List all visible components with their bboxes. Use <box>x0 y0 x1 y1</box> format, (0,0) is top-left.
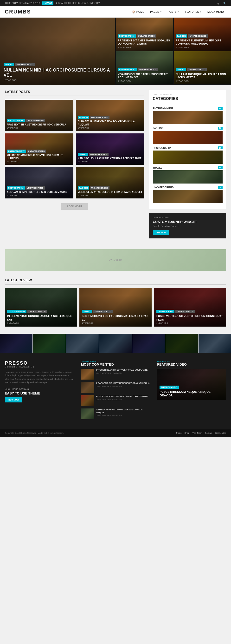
featured-video-card[interactable]: ENTERTAINMENT FUSCE BIBENDUM NEQUE A NEQ… <box>157 369 226 400</box>
post-title: ALIQUAM ID IMPERDIET LEO SED CURSUS MAUR… <box>7 190 71 194</box>
strip-img-0[interactable] <box>0 334 32 353</box>
search-icon[interactable]: 🔍 <box>223 2 226 4</box>
category-fashion[interactable]: FASHION 10 <box>153 127 223 144</box>
post-tag: FASHION <box>78 186 89 190</box>
ad-text: 728×90 AD <box>109 259 122 262</box>
footer-link-posts[interactable]: Posts <box>176 432 182 434</box>
category-img <box>153 150 223 164</box>
hero-small-4[interactable]: TRAVEL UNCATEGORIZED NULLAM TRISTIQUE MA… <box>174 51 231 84</box>
post-card-3[interactable]: TRAVEL UNCATEGORIZED NAM NEC LIGULA CURS… <box>76 134 144 165</box>
banner-widget: CUSTOM WIDGET CUSTOM BANNER WIDGET Simpl… <box>149 213 226 238</box>
hero-section: TRAVEL UNCATEGORIZED NULLAM NON NIBH AC … <box>0 18 231 85</box>
logo[interactable]: CRUMBS <box>5 9 31 15</box>
post-card-4[interactable]: PHOTOGRAPHY UNCATEGORIZED ALIQUAM ID IMP… <box>5 167 73 198</box>
chevron-down-icon: ▼ <box>200 11 202 13</box>
load-more-button[interactable]: LOAD MORE <box>61 203 88 210</box>
post-card-0[interactable]: PHOTOGRAPHY UNCATEGORIZED PRAESENT SIT A… <box>5 100 73 131</box>
category-img <box>153 170 223 184</box>
main-content: LATEST POSTS PHOTOGRAPHY UNCATEGORIZED P… <box>0 85 231 437</box>
comment-thumb <box>81 408 94 419</box>
hero-small-title-1: PRAESENT SIT AMET MAURIS SODALES DUI VUL… <box>118 39 171 45</box>
google-plus-icon[interactable]: g <box>218 2 219 4</box>
post-tag: UNCATEGORIZED <box>89 153 108 156</box>
hero-small-2[interactable]: FASHION UNCATEGORIZED PRAESENT ELEMENTUM… <box>174 18 231 50</box>
hero-small-title-4: NULLAM TRISTIQUE MALESUADA NON LACUS MAT… <box>176 73 229 79</box>
ad-banner: 728×90 AD <box>5 249 226 271</box>
review-meta: 1 YEAR AGO <box>156 322 224 324</box>
review-card-2[interactable]: PHOTOGRAPHY UNCATEGORIZED FUSCE VESTIBUL… <box>154 288 226 326</box>
hero-main[interactable]: TRAVEL UNCATEGORIZED NULLAM NON NIBH AC … <box>0 18 115 85</box>
footer-link-shop[interactable]: Shop <box>185 432 190 434</box>
footer-link-shortcodes[interactable]: Shortcodes <box>215 432 226 434</box>
review-tag: UNCATEGORIZED <box>175 310 195 313</box>
footer-link-contact[interactable]: Contact <box>205 432 212 434</box>
comment-item-0[interactable]: INTEGER BLANDIT EST VELIT VITAE VULPUTAT… <box>81 369 150 380</box>
buy-now-button[interactable]: BUY NOW <box>153 230 169 235</box>
twitter-icon[interactable]: t <box>221 2 221 4</box>
footer-most-commented-title: MOST COMMENTED <box>81 362 150 366</box>
hero-small-3[interactable]: ENTERTAINMENT UNCATEGORIZED VIVAMUS DOLO… <box>116 51 173 84</box>
review-grid: ENTERTAINMENT UNCATEGORIZED IN ELEMENTUM… <box>5 288 226 326</box>
post-tag: ENTERTAINMENT <box>7 150 26 153</box>
post-tag: UNCATEGORIZED <box>25 119 45 122</box>
strip-img-1[interactable] <box>33 334 65 353</box>
hero-small-1[interactable]: PHOTOGRAPHY UNCATEGORIZED PRAESENT SIT A… <box>116 18 173 50</box>
strip-img-2[interactable] <box>66 334 99 353</box>
post-card-5[interactable]: FASHION UNCATEGORIZED VESTIBULUM VITAE D… <box>76 167 144 198</box>
footer-about-text: Nunc accumsan libero id arcu suscipit di… <box>5 370 74 384</box>
category-photography[interactable]: PHOTOGRAPHY 10 <box>153 146 223 164</box>
tag: UNCATEGORIZED <box>188 34 208 38</box>
footer-link-team[interactable]: The Team <box>193 432 202 434</box>
tag: PHOTOGRAPHY <box>118 34 136 38</box>
comment-item-2[interactable]: FUSCE TINCIDUNT URNA ID VULPUTATE TEMPUS… <box>81 395 150 406</box>
post-tag: UNCATEGORIZED <box>27 150 46 153</box>
latest-posts-title: LATEST POSTS <box>5 90 144 96</box>
hero-small-title-2: PRAESENT ELEMENTUM SEM QUIS COMMODO MALE… <box>176 39 229 45</box>
comment-meta: JOHN WRITER 1 YEAR AGO <box>96 385 150 388</box>
hero-main-title: NULLAM NON NIBH AC ORCI POSUERE CURSUS A… <box>3 68 112 78</box>
post-tag: UNCATEGORIZED <box>90 186 109 190</box>
comment-title: AENEAN MAUIRIS PURUS CURSUS CURSUS NEQUE <box>96 408 150 414</box>
review-card-0[interactable]: ENTERTAINMENT UNCATEGORIZED IN ELEMENTUM… <box>5 288 77 326</box>
post-card-1[interactable]: FASHION UNCATEGORIZED CURABITUR VITAE OD… <box>76 100 144 131</box>
category-travel[interactable]: TRAVEL 10 <box>153 166 223 184</box>
post-tag: FASHION <box>78 116 89 119</box>
categories-title: CATEGORIES <box>153 96 223 103</box>
comment-item-3[interactable]: AENEAN MAUIRIS PURUS CURSUS CURSUS NEQUE… <box>81 408 150 419</box>
review-meta: 1 YEAR AGO <box>82 322 149 324</box>
home-icon: 🏠 <box>132 10 135 14</box>
footer-buy-now-button[interactable]: BUY NOW <box>5 397 22 402</box>
post-meta: 1 YEAR AGO <box>78 194 142 196</box>
comment-title: PRAESENT SIT AMET HENDRERIT ODIO VEHICUL… <box>96 382 150 385</box>
post-meta: 1 YEAR AGO <box>7 194 71 196</box>
strip-img-4[interactable] <box>132 334 165 353</box>
post-title: VESTIBULUM VITAE DOLOR IN ENIM ORNARE AL… <box>78 190 142 194</box>
review-card-1[interactable]: TRAVEL UNCATEGORIZED SED TINCIDUNT LEO F… <box>79 288 152 326</box>
nav-mega-menu[interactable]: MEGA MENU <box>205 9 226 15</box>
nav-home[interactable]: 🏠 HOME <box>130 9 147 15</box>
tag-travel: TRAVEL <box>3 63 14 66</box>
footer-col-3: INTERESTING FEATURED VIDEO ENTERTAINMENT… <box>157 360 226 422</box>
review-tag: TRAVEL <box>82 310 92 313</box>
category-entertainment[interactable]: ENTERTAINMENT 10 <box>153 107 223 124</box>
strip-img-6[interactable] <box>199 334 231 353</box>
post-title: NAM NEC LIGULA CURSUS VIVERRA LACUS SIT … <box>78 157 142 160</box>
comment-item-1[interactable]: PRAESENT SIT AMET HENDRERIT ODIO VEHICUL… <box>81 382 150 393</box>
featured-video-title: FUSCE BIBENDUM NEQUE A NEQUE GRAVIDA <box>160 390 224 398</box>
nav-features[interactable]: FEATURES ▼ <box>183 9 204 15</box>
content-area: LATEST POSTS PHOTOGRAPHY UNCATEGORIZED P… <box>0 85 231 247</box>
strip-img-5[interactable] <box>165 334 198 353</box>
ticker: A BEAUTIFUL LIFE IN NEW YORK CITY <box>56 2 100 4</box>
nav-pages[interactable]: PAGES ▼ <box>148 9 164 15</box>
facebook-icon[interactable]: f <box>215 2 216 4</box>
date-label: THURSDAY, FEBRUARY 8 2018 <box>5 2 40 4</box>
strip-img-3[interactable] <box>99 334 132 353</box>
hero-small-title-3: VIVAMUS DOLOR SAPIEN SUSCIPIT UT ACCUMSA… <box>118 73 171 79</box>
nav-posts[interactable]: POSTS ▼ <box>165 9 182 15</box>
post-meta: 1 YEAR AGO <box>78 161 142 163</box>
post-card-2[interactable]: ENTERTAINMENT UNCATEGORIZED MAURIS CONDI… <box>5 134 73 165</box>
category-uncategorized[interactable]: UNCATEGORIZED 40 <box>153 186 223 203</box>
post-title: MAURIS CONDIMENTUM CONVALLIS LOREM UT UL… <box>7 154 71 160</box>
tag: UNCATEGORIZED <box>187 68 207 71</box>
categories-widget: CUSTOM WIDGET CATEGORIES ENTERTAINMENT 1… <box>149 90 226 209</box>
